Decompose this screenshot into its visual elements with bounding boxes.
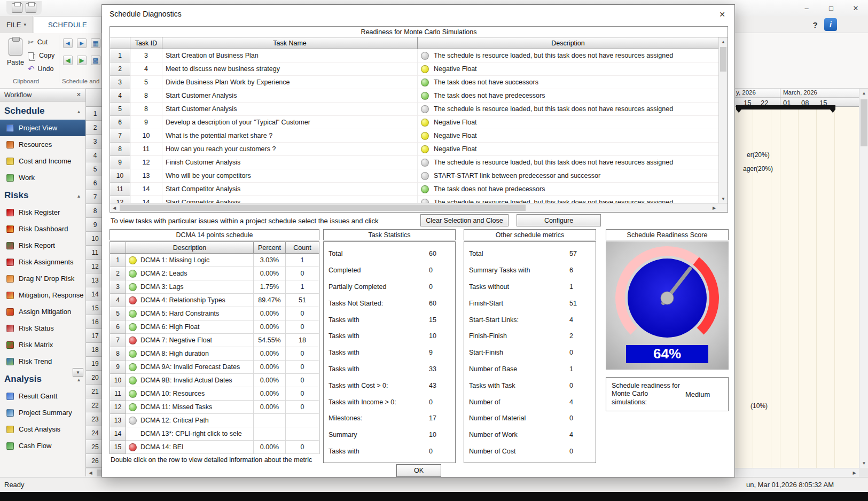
dcma-row[interactable]: 12DCMA 11: Missed Tasks0.00%0 xyxy=(110,401,319,414)
dcma-row[interactable]: 6DCMA 6: High Float0.00%0 xyxy=(110,320,319,334)
ok-button[interactable]: OK xyxy=(396,464,441,477)
sidebar-item-project-summary[interactable]: Project Summary xyxy=(0,404,85,421)
outdent-task-icon[interactable]: ► xyxy=(77,38,87,48)
sidebar-item-work[interactable]: Work xyxy=(0,169,85,186)
sidebar-section-risks[interactable]: Risks▴ xyxy=(0,186,85,204)
column-header-rownum[interactable] xyxy=(110,242,126,254)
sidebar-item-cash-flow[interactable]: Cash Flow xyxy=(0,437,85,454)
dcma-row[interactable]: 11DCMA 10: Resources0.00%0 xyxy=(110,387,319,401)
column-header-count[interactable]: Count xyxy=(286,242,319,254)
sidebar-item-risk-assignments[interactable]: Risk Assignments xyxy=(0,254,85,270)
file-menu-button[interactable]: FILE ▾ xyxy=(0,16,33,33)
collapse-icon[interactable]: ▴ xyxy=(77,108,80,114)
scrollbar-thumb[interactable] xyxy=(861,99,867,146)
sidebar-item-cost-analysis[interactable]: Cost Analysis xyxy=(0,421,85,437)
sidebar-item-drag-n-drop-risk[interactable]: Drag N' Drop Risk xyxy=(0,270,85,287)
scroll-left-icon[interactable]: ◀ xyxy=(86,468,95,477)
scroll-left-icon[interactable]: ◀ xyxy=(110,203,119,212)
readiness-task-row[interactable]: 35Divide Business Plan Work by Experienc… xyxy=(110,76,718,89)
readiness-task-row[interactable]: 912Finish Customer AnalysisThe schedule … xyxy=(110,156,718,169)
column-header-task-id[interactable]: Task ID xyxy=(130,37,162,49)
dcma-row[interactable]: 9DCMA 9A: Invalid Forecast Dates0.00%0 xyxy=(110,361,319,374)
column-header-description[interactable]: Description xyxy=(418,37,718,49)
sidebar-item-project-view[interactable]: Project View xyxy=(0,120,85,136)
print-preview-icon[interactable] xyxy=(26,3,36,13)
column-header-task-name[interactable]: Task Name xyxy=(162,37,418,49)
scroll-down-icon[interactable]: ▼ xyxy=(859,459,868,468)
table-horizontal-scrollbar[interactable]: ◀ ▶ xyxy=(110,203,728,212)
copy-button[interactable]: Copy xyxy=(28,50,54,61)
scrollbar-thumb[interactable] xyxy=(720,47,726,72)
readiness-task-row[interactable]: 69Develop a description of your "Typical… xyxy=(110,116,718,129)
column-header-rownum[interactable] xyxy=(110,37,130,49)
configure-button[interactable]: Configure xyxy=(517,214,601,226)
back-arrow-icon[interactable]: ◀ xyxy=(63,56,73,65)
readiness-task-row[interactable]: 811How can you reach your customers ?Neg… xyxy=(110,143,718,156)
sidebar-item-risk-status[interactable]: Risk Status xyxy=(0,320,85,336)
sidebar-item-cost-and-income[interactable]: Cost and Income xyxy=(0,153,85,169)
vertical-scrollbar[interactable]: ▲ ▼ xyxy=(859,89,868,468)
readiness-task-row[interactable]: 1214Start Competitor AnalysisThe schedul… xyxy=(110,196,718,203)
readiness-task-row[interactable]: 48Start Customer AnalysisThe task does n… xyxy=(110,89,718,103)
dcma-row[interactable]: 10DCMA 9B: Invalid Actual Dates0.00%0 xyxy=(110,374,319,387)
dcma-row[interactable]: 2DCMA 2: Leads0.00%0 xyxy=(110,267,319,280)
close-button[interactable]: ✕ xyxy=(843,0,868,16)
sidebar-item-resources[interactable]: Resources xyxy=(0,136,85,153)
dcma-row[interactable]: 3DCMA 3: Lags1.75%1 xyxy=(110,280,319,294)
print-icon[interactable] xyxy=(12,3,22,13)
scroll-right-icon[interactable]: ▶ xyxy=(850,468,859,477)
collapse-icon[interactable]: ▴ xyxy=(77,193,80,199)
sidebar-item-risk-report[interactable]: Risk Report xyxy=(0,237,85,254)
scroll-up-icon[interactable]: ▲ xyxy=(859,89,868,98)
scrollbar-thumb[interactable] xyxy=(120,205,526,211)
readiness-task-row[interactable]: 13Start Creation of Business PlanThe sch… xyxy=(110,49,718,62)
clear-selection-button[interactable]: Clear Selection and Close xyxy=(420,214,509,226)
scroll-right-icon[interactable]: ▶ xyxy=(710,203,718,212)
close-icon[interactable]: ✕ xyxy=(76,91,81,98)
dialog-close-button[interactable]: ✕ xyxy=(714,8,730,21)
forward-arrow-icon[interactable]: ▶ xyxy=(77,56,87,65)
info-button[interactable]: i xyxy=(824,18,837,31)
sidebar-item-risk-trend[interactable]: Risk Trend xyxy=(0,353,85,370)
sidebar-item-mitigation-response[interactable]: Mitigation, Response xyxy=(0,287,85,303)
sidebar-item-risk-dashboard[interactable]: Risk Dashboard xyxy=(0,221,85,237)
status-green-icon xyxy=(421,92,429,100)
calendar-icon[interactable]: ▦ xyxy=(91,38,100,48)
readiness-task-row[interactable]: 1013Who will be your competitorsSTART-ST… xyxy=(110,169,718,183)
dcma-row[interactable]: 13DCMA 12: Critical Path xyxy=(110,414,319,427)
sidebar-item-risk-matrix[interactable]: Risk Matrix xyxy=(0,336,85,353)
insert-task-icon[interactable]: ◄ xyxy=(63,38,73,48)
dcma-row[interactable]: 14DCMA 13*: CPLI-right click to sele xyxy=(110,427,319,441)
dialog-titlebar[interactable]: Schedule Diagnostics ✕ xyxy=(102,5,734,23)
help-button[interactable]: ? xyxy=(809,19,821,30)
sidebar-section-schedule[interactable]: Schedule▴ xyxy=(0,101,85,120)
dcma-row[interactable]: 5DCMA 5: Hard Constraints0.00%0 xyxy=(110,307,319,320)
dcma-row[interactable]: 7DCMA 7: Negative Float54.55%18 xyxy=(110,334,319,347)
sidebar-collapse-button[interactable]: ▼ xyxy=(73,368,83,377)
readiness-task-row[interactable]: 58Start Customer AnalysisThe schedule is… xyxy=(110,103,718,116)
dcma-row[interactable]: 4DCMA 4: Relationship Types89.47%51 xyxy=(110,294,319,307)
column-header-percent[interactable]: Percent xyxy=(254,242,286,254)
sidebar-item-result-gantt[interactable]: Result Gantt xyxy=(0,388,85,404)
collapse-icon[interactable]: ▴ xyxy=(77,377,80,382)
dcma-row[interactable]: 8DCMA 8: High duration0.00%0 xyxy=(110,347,319,361)
undo-button[interactable]: ↶ Undo xyxy=(28,63,53,75)
sidebar-item-risk-register[interactable]: Risk Register xyxy=(0,204,85,221)
maximize-button[interactable]: □ xyxy=(819,0,843,16)
dcma-row[interactable]: 15DCMA 14: BEI0.00%0 xyxy=(110,441,319,454)
column-header-description[interactable]: Description xyxy=(126,242,254,254)
cut-button[interactable]: ✂ Cut xyxy=(28,36,48,48)
scroll-up-icon[interactable]: ▲ xyxy=(719,37,728,46)
scroll-down-icon[interactable]: ▼ xyxy=(719,194,728,203)
minimize-button[interactable]: – xyxy=(794,0,819,16)
dcma-row[interactable]: 1DCMA 1: Missing Logic3.03%1 xyxy=(110,254,319,267)
tab-schedule[interactable]: SCHEDULE xyxy=(34,16,101,33)
table-vertical-scrollbar[interactable]: ▲ ▼ xyxy=(718,37,728,203)
readiness-task-row[interactable]: 24Meet to discuss new business strategyN… xyxy=(110,62,718,76)
goto-date-icon[interactable]: ▩ xyxy=(91,56,100,65)
summary-task-bar[interactable] xyxy=(736,105,835,109)
readiness-task-row[interactable]: 710What is the potential market share ?N… xyxy=(110,129,718,143)
readiness-task-row[interactable]: 1114Start Competitor AnalysisThe task do… xyxy=(110,183,718,196)
sidebar-item-assign-mitigation[interactable]: Assign Mitigation xyxy=(0,303,85,320)
paste-button[interactable]: Paste xyxy=(4,35,27,82)
